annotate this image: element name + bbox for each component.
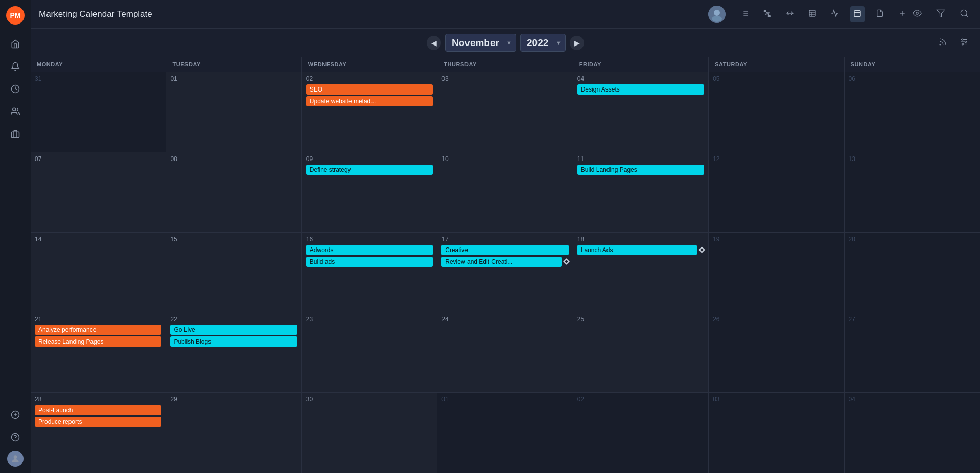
page-title: Marketing Calendar Template (39, 9, 702, 19)
event-adwords[interactable]: Adwords (306, 245, 433, 255)
svg-point-37 (940, 44, 941, 45)
calendar-grid: 31 01 02 SEO Update website metad... 03 … (31, 72, 980, 473)
cell-w5-tue: 29 (166, 393, 301, 473)
feed-icon[interactable] (935, 34, 950, 52)
date-09: 09 (306, 155, 433, 163)
watch-icon[interactable] (909, 6, 925, 23)
sidebar-item-projects[interactable] (6, 125, 25, 143)
sidebar-item-help[interactable] (6, 428, 25, 446)
cell-w1-sat: 05 (709, 72, 844, 152)
cell-w4-wed: 23 (302, 312, 437, 392)
sidebar-item-team[interactable] (6, 102, 25, 121)
cell-w3-mon: 14 (31, 233, 166, 312)
cell-w3-wed[interactable]: 16 Adwords Build ads (302, 233, 437, 312)
search-icon[interactable] (956, 6, 972, 23)
event-creative[interactable]: Creative (441, 245, 568, 255)
event-define-strategy[interactable]: Define strategy (306, 165, 433, 175)
day-header-friday: FRIDAY (573, 57, 709, 72)
svg-rect-27 (854, 10, 860, 16)
list-view-icon[interactable] (738, 6, 752, 22)
event-analyze-performance[interactable]: Analyze performance (35, 325, 161, 335)
event-launch-ads[interactable]: Launch Ads (577, 245, 697, 255)
svg-point-42 (965, 41, 967, 42)
day-header-saturday: SATURDAY (709, 57, 844, 72)
date-15: 15 (170, 236, 297, 243)
cell-w1-fri[interactable]: 04 Design Assets (573, 72, 709, 152)
date-01: 01 (170, 75, 297, 82)
sidebar-item-notifications[interactable] (6, 57, 25, 76)
date-17: 17 (441, 236, 568, 243)
gantt-view-icon[interactable] (760, 6, 775, 22)
svg-rect-21 (768, 15, 770, 16)
user-avatar[interactable] (7, 451, 24, 467)
main-area: Marketing Calendar Template (31, 0, 980, 473)
calendar-nav: ◀ November ▼ 2022 ▼ ▶ (31, 29, 980, 57)
date-16: 16 (306, 236, 433, 243)
month-select[interactable]: November (445, 34, 516, 52)
cell-w3-thu[interactable]: 17 Creative Review and Edit Creati... (437, 233, 573, 312)
date-04-dec-dim: 04 (849, 396, 976, 403)
event-post-launch[interactable]: Post-Launch (35, 405, 161, 415)
view-icons (738, 6, 909, 22)
cell-w2-thu: 10 (437, 152, 573, 232)
event-go-live[interactable]: Go Live (170, 325, 297, 335)
event-update-website[interactable]: Update website metad... (306, 96, 433, 106)
month-year-nav: ◀ November ▼ 2022 ▼ ▶ (427, 34, 584, 52)
prev-month-button[interactable]: ◀ (427, 36, 441, 50)
sidebar-item-home[interactable] (6, 35, 25, 53)
timeline-view-icon[interactable] (783, 6, 797, 22)
svg-rect-18 (764, 10, 766, 11)
cell-w2-sun: 13 (845, 152, 980, 232)
doc-view-icon[interactable] (873, 6, 887, 22)
date-08: 08 (170, 155, 297, 163)
cell-w4-tue[interactable]: 22 Go Live Publish Blogs (166, 312, 301, 392)
date-11: 11 (577, 155, 704, 163)
event-publish-blogs[interactable]: Publish Blogs (170, 336, 297, 347)
day-header-monday: MONDAY (31, 57, 166, 72)
date-21: 21 (35, 316, 161, 323)
sidebar: PM (0, 0, 31, 473)
add-view-icon[interactable] (895, 6, 909, 22)
cell-w5-sun: 04 (845, 393, 980, 473)
event-produce-reports[interactable]: Produce reports (35, 417, 161, 427)
calendar-view-icon[interactable] (850, 6, 865, 22)
cell-w3-sat: 19 (709, 233, 844, 312)
event-launch-row[interactable]: Launch Ads (577, 245, 704, 255)
cell-w5-mon[interactable]: 28 Post-Launch Produce reports (31, 393, 166, 473)
event-release-landing-pages[interactable]: Release Landing Pages (35, 336, 161, 347)
event-seo[interactable]: SEO (306, 84, 433, 95)
settings-icon[interactable] (956, 34, 972, 52)
date-29: 29 (170, 396, 297, 403)
filter-icon[interactable] (933, 6, 948, 23)
date-02: 02 (306, 75, 433, 82)
event-design-assets[interactable]: Design Assets (577, 84, 704, 95)
svg-point-10 (714, 10, 720, 16)
cell-w5-thu: 01 (437, 393, 573, 473)
cell-w2-wed[interactable]: 09 Define strategy (302, 152, 437, 232)
cell-w2-tue: 08 (166, 152, 301, 232)
table-view-icon[interactable] (805, 6, 820, 22)
cell-w3-fri[interactable]: 18 Launch Ads (573, 233, 709, 312)
cell-w2-mon: 07 (31, 152, 166, 232)
event-build-ads[interactable]: Build ads (306, 257, 433, 267)
cell-w4-mon[interactable]: 21 Analyze performance Release Landing P… (31, 312, 166, 392)
date-25: 25 (577, 316, 704, 323)
diamond-icon-launch (698, 246, 705, 253)
sidebar-item-recent[interactable] (6, 80, 25, 98)
year-select[interactable]: 2022 (520, 34, 566, 52)
next-month-button[interactable]: ▶ (570, 36, 584, 50)
cell-w1-mon: 31 (31, 72, 166, 152)
event-review-row[interactable]: Review and Edit Creati... (441, 257, 568, 267)
event-build-landing-pages[interactable]: Build Landing Pages (577, 165, 704, 175)
event-review-edit[interactable]: Review and Edit Creati... (441, 257, 561, 267)
sidebar-item-add[interactable] (6, 406, 25, 424)
cell-w2-fri[interactable]: 11 Build Landing Pages (573, 152, 709, 232)
date-14: 14 (35, 236, 161, 243)
cell-w1-wed[interactable]: 02 SEO Update website metad... (302, 72, 437, 152)
svg-rect-20 (765, 14, 769, 15)
activity-view-icon[interactable] (828, 6, 842, 22)
svg-point-11 (712, 16, 722, 22)
week-2: 07 08 09 Define strategy 10 11 Build Lan… (31, 152, 980, 233)
svg-line-36 (966, 15, 967, 16)
svg-point-1 (13, 108, 16, 111)
